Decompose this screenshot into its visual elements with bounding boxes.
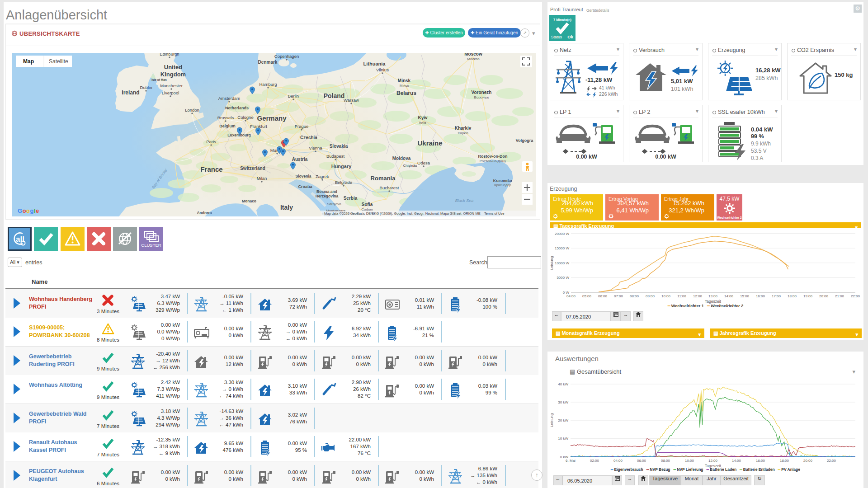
svg-text:Krasnodar: Krasnodar bbox=[493, 178, 513, 183]
svg-text:Rostov-on-Don: Rostov-on-Don bbox=[478, 154, 508, 159]
svg-text:Kingdom: Kingdom bbox=[160, 71, 186, 78]
svg-text:15:00: 15:00 bbox=[740, 294, 750, 298]
svg-text:12:00: 12:00 bbox=[693, 294, 703, 298]
svg-text:Herzegovina: Herzegovina bbox=[316, 194, 339, 198]
svg-text:5000 W: 5000 W bbox=[557, 276, 569, 280]
svg-text:20 kW: 20 kW bbox=[558, 418, 568, 422]
svg-text:Zagreb: Zagreb bbox=[316, 174, 329, 179]
svg-text:Andorra: Andorra bbox=[197, 211, 212, 215]
svg-text:30 kW: 30 kW bbox=[558, 400, 568, 404]
svg-text:Cologne: Cologne bbox=[237, 115, 253, 120]
svg-text:France: France bbox=[200, 165, 222, 173]
svg-text:Google: Google bbox=[18, 207, 39, 214]
svg-text:Switzerland: Switzerland bbox=[240, 166, 265, 171]
svg-text:16:00: 16:00 bbox=[756, 459, 765, 463]
svg-text:Vilnius: Vilnius bbox=[376, 67, 389, 72]
svg-text:Краснодар: Краснодар bbox=[494, 183, 511, 187]
svg-text:Manchester: Manchester bbox=[160, 83, 183, 88]
svg-text:06:00: 06:00 bbox=[637, 459, 646, 463]
svg-text:Milan: Milan bbox=[257, 176, 267, 181]
svg-text:Map data ©2020 GeoBasis-DE/BKG: Map data ©2020 GeoBasis-DE/BKG (©2009), … bbox=[324, 211, 504, 216]
svg-text:08:00: 08:00 bbox=[661, 459, 670, 463]
svg-text:14:00: 14:00 bbox=[732, 459, 741, 463]
svg-text:Bucharest: Bucharest bbox=[380, 185, 399, 190]
svg-text:04:00: 04:00 bbox=[566, 294, 576, 298]
svg-text:Leistung: Leistung bbox=[550, 413, 554, 427]
svg-text:Київ: Київ bbox=[419, 121, 426, 125]
svg-text:Ukraine: Ukraine bbox=[417, 139, 442, 147]
svg-text:Lithuania: Lithuania bbox=[363, 61, 386, 66]
svg-text:Vienna: Vienna bbox=[309, 145, 322, 150]
svg-text:20:00: 20:00 bbox=[819, 294, 829, 298]
svg-text:CLUSTER: CLUSTER bbox=[141, 243, 161, 248]
svg-text:20000 W: 20000 W bbox=[555, 232, 569, 236]
svg-text:Czechia: Czechia bbox=[300, 135, 317, 140]
svg-text:Minsk: Minsk bbox=[398, 78, 411, 83]
svg-text:all: all bbox=[16, 235, 24, 244]
svg-text:Berlin: Berlin bbox=[288, 94, 299, 99]
svg-text:18:00: 18:00 bbox=[788, 294, 797, 298]
svg-text:Bosnia and: Bosnia and bbox=[316, 189, 337, 194]
svg-text:Slovenia: Slovenia bbox=[296, 174, 311, 178]
svg-text:Netherlands: Netherlands bbox=[225, 106, 249, 110]
svg-text:20:00: 20:00 bbox=[803, 459, 813, 463]
svg-text:Belgium: Belgium bbox=[219, 124, 236, 128]
svg-text:London: London bbox=[185, 108, 199, 113]
svg-text:15000 W: 15000 W bbox=[555, 246, 569, 250]
svg-text:Satellite: Satellite bbox=[49, 58, 68, 65]
svg-text:Воронеж: Воронеж bbox=[474, 95, 489, 99]
svg-text:10 kW: 10 kW bbox=[558, 436, 568, 441]
svg-text:Moscow: Moscow bbox=[464, 53, 482, 56]
svg-text:Tageszeit: Tageszeit bbox=[705, 299, 722, 304]
svg-text:02:00: 02:00 bbox=[590, 459, 599, 463]
svg-text:Hamburg: Hamburg bbox=[259, 82, 277, 87]
svg-text:08:00: 08:00 bbox=[630, 294, 639, 298]
svg-text:Isle of Man: Isle of Man bbox=[151, 78, 167, 81]
svg-text:Austria: Austria bbox=[292, 157, 308, 162]
svg-text:40 kW: 40 kW bbox=[558, 382, 568, 386]
svg-text:Monaco: Monaco bbox=[242, 199, 256, 203]
svg-text:06:00: 06:00 bbox=[598, 294, 608, 298]
svg-text:Denmark: Denmark bbox=[258, 60, 278, 65]
svg-text:Ireland: Ireland bbox=[122, 89, 139, 96]
svg-text:Copenhagen: Copenhagen bbox=[274, 54, 299, 59]
svg-text:Москва: Москва bbox=[467, 57, 480, 61]
svg-text:19:00: 19:00 bbox=[803, 294, 813, 298]
svg-text:Sofia: Sofia bbox=[362, 202, 373, 207]
svg-text:Liverpool: Liverpool bbox=[162, 90, 179, 95]
svg-text:21:00: 21:00 bbox=[835, 294, 844, 298]
svg-text:10:00: 10:00 bbox=[685, 459, 694, 463]
svg-text:Croatia: Croatia bbox=[298, 184, 312, 189]
svg-text:Moldova: Moldova bbox=[392, 156, 411, 161]
svg-text:10:00: 10:00 bbox=[661, 294, 671, 298]
svg-text:Brussels: Brussels bbox=[217, 115, 234, 120]
svg-text:Warsaw: Warsaw bbox=[344, 98, 359, 103]
svg-text:Odesa: Odesa bbox=[417, 160, 430, 165]
svg-text:Мінск: Мінск bbox=[400, 84, 409, 88]
svg-text:Hungary: Hungary bbox=[331, 164, 352, 169]
svg-text:Prague: Prague bbox=[295, 124, 309, 129]
svg-text:07:00: 07:00 bbox=[614, 294, 623, 298]
svg-text:Germany: Germany bbox=[257, 114, 287, 122]
svg-text:22:00: 22:00 bbox=[851, 294, 860, 298]
svg-text:Paris: Paris bbox=[206, 139, 216, 144]
svg-text:22:00: 22:00 bbox=[827, 459, 836, 463]
svg-text:Romania: Romania bbox=[371, 175, 396, 182]
svg-text:Chișinău: Chișinău bbox=[403, 164, 417, 168]
svg-text:Dublin: Dublin bbox=[140, 85, 152, 90]
svg-text:Map: Map bbox=[23, 58, 34, 65]
svg-text:12:00: 12:00 bbox=[708, 459, 718, 463]
svg-text:05:00: 05:00 bbox=[582, 294, 592, 298]
svg-text:Slovakia: Slovakia bbox=[330, 144, 348, 149]
svg-text:Kyiv: Kyiv bbox=[418, 115, 428, 120]
svg-text:Belarus: Belarus bbox=[396, 90, 416, 96]
svg-text:17:00: 17:00 bbox=[772, 294, 781, 298]
svg-text:Volgogra: Volgogra bbox=[516, 138, 533, 143]
svg-text:Edinburgh: Edinburgh bbox=[160, 53, 179, 56]
svg-text:Black Sea: Black Sea bbox=[455, 198, 474, 203]
svg-text:11:00: 11:00 bbox=[677, 294, 686, 298]
svg-text:14:00: 14:00 bbox=[724, 294, 734, 298]
svg-text:Poland: Poland bbox=[324, 92, 345, 99]
svg-text:09:00: 09:00 bbox=[646, 294, 655, 298]
svg-text:04:00: 04:00 bbox=[613, 459, 623, 463]
